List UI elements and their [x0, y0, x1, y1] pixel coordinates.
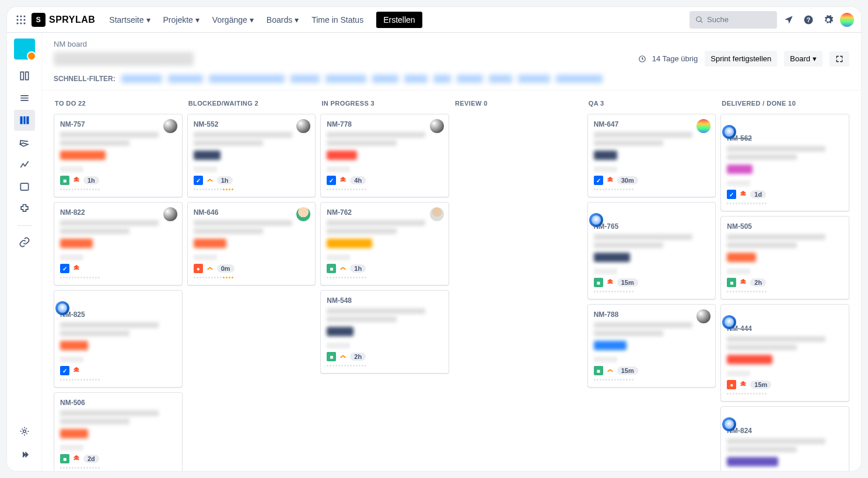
issue-card[interactable]: NM-562 ✓ 1d — [720, 114, 849, 211]
issue-summary-blurred — [327, 132, 425, 138]
breadcrumb[interactable]: NM board — [54, 40, 849, 48]
estimate-badge: 15m — [750, 381, 771, 389]
issue-card[interactable]: NM-788 ■ 15m — [587, 304, 716, 388]
nav-time-in-status[interactable]: Time in Status — [307, 12, 368, 28]
issue-label — [727, 165, 752, 174]
assignee-avatar[interactable] — [430, 207, 444, 221]
filter-chip[interactable] — [518, 75, 550, 83]
fullscreen-button[interactable] — [830, 51, 849, 67]
filter-chip[interactable] — [372, 75, 398, 83]
estimate-badge: 2d — [83, 455, 99, 463]
issue-card[interactable]: NM-765 ■ 15m — [587, 202, 716, 299]
sidebar-backlog-icon[interactable] — [14, 65, 35, 86]
assignee-avatar[interactable] — [296, 119, 310, 133]
filter-chip[interactable] — [556, 75, 603, 83]
app-switcher-icon[interactable] — [14, 13, 28, 27]
issue-summary-blurred — [594, 322, 692, 328]
story-icon: ■ — [327, 352, 336, 361]
issue-summary-blurred — [60, 410, 159, 416]
issue-card[interactable]: NM-778 ✓ 4h — [320, 114, 449, 197]
filter-chip[interactable] — [121, 75, 162, 83]
issue-label — [194, 151, 220, 160]
card-footer: ■ 2d — [60, 454, 176, 463]
sidebar-releases-icon[interactable] — [14, 132, 35, 153]
issue-key: NM-825 — [60, 310, 176, 319]
filter-chip[interactable] — [433, 75, 451, 83]
sprint-dots — [194, 187, 310, 191]
card-footer: ■ 2h — [727, 278, 843, 287]
assignee-avatar[interactable] — [589, 213, 603, 227]
priority-icon — [606, 367, 614, 375]
issue-key: NM-647 — [594, 120, 710, 128]
issue-summary-blurred — [60, 228, 130, 234]
filter-chip[interactable] — [457, 75, 483, 83]
issue-card[interactable]: NM-552 ✓ 1h — [187, 114, 316, 197]
card-footer: ■ 15m — [594, 278, 710, 287]
assignee-avatar[interactable] — [55, 301, 69, 315]
create-button[interactable]: Erstellen — [376, 12, 422, 28]
issue-card[interactable]: NM-506 ■ 2d — [54, 392, 183, 471]
sidebar-settings-icon[interactable] — [14, 421, 35, 442]
nav-boards[interactable]: Boards▾ — [262, 12, 303, 28]
svg-rect-12 — [25, 72, 28, 79]
filter-chip[interactable] — [290, 75, 320, 83]
priority-icon — [739, 381, 747, 389]
issue-summary-blurred — [594, 242, 663, 248]
issue-summary-blurred — [60, 220, 159, 226]
view-switch-button[interactable]: Board▾ — [784, 51, 822, 67]
issue-summary-blurred — [327, 228, 396, 234]
bug-icon: ● — [194, 264, 203, 273]
filter-chip[interactable] — [489, 75, 512, 83]
sidebar-board-icon[interactable] — [14, 110, 35, 131]
issue-card[interactable]: NM-757 ■ 1h — [54, 114, 183, 197]
assignee-avatar[interactable] — [696, 119, 710, 133]
settings-icon[interactable] — [820, 12, 836, 28]
issue-summary-blurred — [60, 132, 159, 138]
sidebar-list-icon[interactable] — [14, 88, 35, 109]
filter-chip[interactable] — [326, 75, 366, 83]
sidebar-pages-icon[interactable] — [14, 176, 35, 197]
issue-card[interactable]: NM-822 ✓ — [54, 202, 183, 285]
sidebar-reports-icon[interactable] — [14, 154, 35, 175]
issue-label — [594, 253, 630, 262]
issue-card[interactable]: NM-824 ✓ — [720, 406, 849, 471]
filter-chip[interactable] — [209, 75, 285, 83]
project-icon[interactable] — [14, 39, 35, 60]
nav-projects[interactable]: Projekte▾ — [159, 12, 204, 28]
assignee-avatar[interactable] — [696, 309, 710, 323]
filter-chip[interactable] — [404, 75, 428, 83]
profile-avatar[interactable] — [840, 13, 854, 27]
sidebar-collapse-icon[interactable] — [14, 444, 35, 465]
issue-meta-blurred — [727, 268, 750, 274]
issue-card[interactable]: NM-444 ● 15m — [720, 304, 849, 402]
issue-summary-blurred — [327, 308, 425, 314]
assignee-avatar[interactable] — [163, 207, 177, 221]
help-icon[interactable]: ? — [800, 12, 817, 28]
complete-sprint-button[interactable]: Sprint fertigstellen — [705, 51, 777, 67]
nav-issues[interactable]: Vorgänge▾ — [208, 12, 258, 28]
task-icon: ✓ — [327, 176, 336, 185]
issue-card[interactable]: NM-762 ■ 1h — [320, 202, 449, 285]
issue-card[interactable]: NM-647 ✓ 30m — [587, 114, 716, 197]
assignee-avatar[interactable] — [163, 119, 177, 133]
issue-card[interactable]: NM-646 ● 0m — [187, 202, 316, 285]
sidebar-addons-icon[interactable] — [14, 198, 35, 219]
filter-chip[interactable] — [168, 75, 203, 83]
estimate-badge: 15m — [617, 367, 638, 375]
estimate-badge: 1h — [350, 264, 366, 273]
issue-card[interactable]: NM-825 ✓ — [54, 290, 183, 388]
estimate-badge: 1d — [750, 190, 766, 198]
nav-home[interactable]: Startseite▾ — [104, 12, 155, 28]
issue-card[interactable]: NM-548 ■ 2h — [320, 290, 449, 374]
notifications-icon[interactable] — [780, 12, 797, 28]
search-placeholder: Suche — [707, 15, 729, 24]
search-input[interactable]: Suche — [690, 11, 777, 29]
priority-icon — [606, 176, 614, 184]
sidebar-link-icon[interactable] — [14, 232, 35, 253]
issue-card[interactable]: NM-505 ■ 2h — [720, 216, 849, 299]
card-footer: ● 15m — [727, 380, 843, 389]
assignee-avatar[interactable] — [430, 119, 444, 133]
brand-logo[interactable]: S SPRYLAB — [32, 13, 95, 27]
issue-meta-blurred — [60, 357, 83, 362]
assignee-avatar[interactable] — [296, 207, 310, 221]
